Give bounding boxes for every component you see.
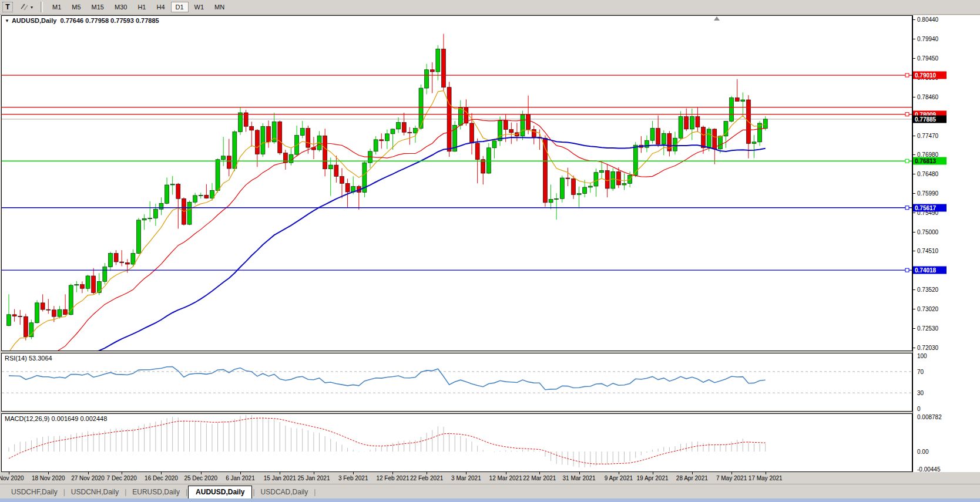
toolbar-separator <box>41 2 43 12</box>
trendline-handle[interactable] <box>905 268 909 272</box>
rsi-tick-label: 0 <box>917 406 921 412</box>
macd-indicator-panel[interactable]: MACD(12,26,9) 0.001649 0.002448 <box>1 413 912 472</box>
date-label: 16 Dec 2020 <box>145 475 178 481</box>
date-tick-mark <box>161 472 162 474</box>
date-label: 6 Jan 2021 <box>226 475 255 481</box>
trendline-handle[interactable] <box>905 73 909 77</box>
date-label: 25 Dec 2020 <box>184 475 217 481</box>
trendline-handle[interactable] <box>905 159 909 163</box>
tab-eurusd-daily[interactable]: EURUSD,Daily <box>127 486 185 498</box>
trading-terminal-window: T ▾ M1M5M15M30H1H4D1W1MN ▼AUDUSD,Daily 0… <box>0 0 980 502</box>
tab-separator: | <box>313 488 316 498</box>
trendline-handle[interactable] <box>905 206 909 210</box>
date-label: 12 Mar 2021 <box>489 475 522 481</box>
date-tick-mark <box>88 472 89 474</box>
date-tick-mark <box>653 472 653 474</box>
tab-usdcnh-daily[interactable]: USDCNH,Daily <box>66 486 124 498</box>
date-label: 9 Apr 2021 <box>605 475 633 481</box>
date-tick-mark <box>506 472 506 474</box>
text-tool-button[interactable]: T <box>2 2 13 12</box>
price-tick-label: 0.73020 <box>917 306 938 312</box>
date-label: 9 Nov 2020 <box>0 475 24 481</box>
rsi-tick-label: 30 <box>917 390 924 396</box>
date-tick-mark <box>201 472 202 474</box>
status-strip <box>0 498 980 502</box>
timeframe-h4-button[interactable]: H4 <box>152 2 169 12</box>
date-tick-mark <box>466 472 466 474</box>
date-tick-mark <box>579 472 580 474</box>
chart-symbol-label: AUDUSD,Daily <box>12 17 56 24</box>
date-tick-mark <box>692 472 693 474</box>
price-tick-label: 0.77470 <box>917 132 938 139</box>
date-label: 22 Feb 2021 <box>410 475 443 481</box>
price-tick-mark <box>913 213 915 213</box>
rsi-tick-label: 70 <box>917 368 924 375</box>
timeframe-w1-button[interactable]: W1 <box>190 2 209 12</box>
price-chart-panel[interactable]: ▼AUDUSD,Daily 0.77646 0.77958 0.77593 0.… <box>1 15 912 351</box>
price-tick-mark <box>913 174 915 174</box>
time-scale-axis[interactable]: 9 Nov 202018 Nov 202027 Nov 20207 Dec 20… <box>0 472 912 483</box>
hline-price-badge: 0.74018 <box>913 267 947 274</box>
chart-shift-marker-icon <box>714 16 720 21</box>
dropdown-caret-icon: ▾ <box>31 5 33 10</box>
chart-tab-bar: USDCHF,Daily|USDCNH,Daily|EURUSD,Daily|A… <box>0 484 980 498</box>
date-label: 31 Mar 2021 <box>563 475 596 481</box>
macd-tick-label: 0.008782 <box>917 414 942 420</box>
date-tick-mark <box>48 472 49 474</box>
price-tick-mark <box>913 232 915 233</box>
timeframe-m1-button[interactable]: M1 <box>48 2 66 12</box>
date-tick-mark <box>353 472 354 474</box>
price-tick-label: 0.80440 <box>917 16 938 22</box>
date-tick-mark <box>240 472 241 474</box>
candlestick-chart-canvas[interactable] <box>2 16 912 351</box>
trendline-handle[interactable] <box>905 113 909 116</box>
price-tick-label: 0.75990 <box>917 190 938 196</box>
price-tick-label: 0.72530 <box>917 325 938 332</box>
draw-tool-button[interactable]: ▾ <box>16 2 36 12</box>
rsi-tick-label: 100 <box>917 352 927 359</box>
hline-price-badge: 0.79010 <box>913 72 947 79</box>
timeframe-m15-button[interactable]: M15 <box>87 2 109 12</box>
tab-usdcad-daily[interactable]: USDCAD,Daily <box>256 486 314 498</box>
timeframe-m30-button[interactable]: M30 <box>110 2 132 12</box>
draw-arrows-icon <box>20 2 29 12</box>
price-tick-label: 0.79450 <box>917 55 938 61</box>
date-tick-mark <box>280 472 280 474</box>
tab-audusd-daily[interactable]: AUDUSD,Daily <box>188 486 252 499</box>
tab-usdchf-daily[interactable]: USDCHF,Daily <box>6 486 63 498</box>
date-label: 12 Feb 2021 <box>376 475 409 481</box>
date-tick-mark <box>766 472 766 474</box>
top-toolbar: T ▾ M1M5M15M30H1H4D1W1MN <box>0 0 980 15</box>
price-scale-axis[interactable]: 0.804400.799400.794500.789500.784600.774… <box>912 15 980 472</box>
price-tick-mark <box>913 309 915 309</box>
rsi-canvas[interactable] <box>2 353 912 411</box>
hline-price-badge: 0.75617 <box>913 204 947 211</box>
price-tick-mark <box>913 251 915 251</box>
price-tick-label: 0.73520 <box>917 287 938 293</box>
date-tick-mark <box>619 472 619 474</box>
macd-canvas[interactable] <box>2 414 912 471</box>
rsi-indicator-panel[interactable]: RSI(14) 53.3064 <box>1 353 912 412</box>
price-tick-label: 0.76480 <box>917 171 938 177</box>
symbol-caret-icon: ▼ <box>5 18 9 23</box>
date-label: 18 Nov 2020 <box>32 475 65 481</box>
macd-label: MACD(12,26,9) 0.001649 0.002448 <box>5 415 107 422</box>
macd-tick-label: -0.00445 <box>917 466 940 473</box>
price-tick-label: 0.74510 <box>917 248 938 254</box>
current-price-badge: 0.77885 <box>913 115 947 123</box>
date-label: 27 Nov 2020 <box>71 475 105 481</box>
price-tick-mark <box>913 136 915 136</box>
date-tick-mark <box>392 472 393 474</box>
timeframe-h1-button[interactable]: H1 <box>133 2 150 12</box>
date-tick-mark <box>427 472 427 474</box>
hline-price-badge: 0.76813 <box>913 157 947 165</box>
timeframe-mn-button[interactable]: MN <box>210 2 229 12</box>
date-tick-mark <box>731 472 732 474</box>
timeframe-m5-button[interactable]: M5 <box>67 2 85 12</box>
price-tick-mark <box>913 154 915 155</box>
price-tick-mark <box>913 58 915 59</box>
rsi-line <box>9 367 766 390</box>
date-tick-mark <box>122 472 122 474</box>
timeframe-d1-button[interactable]: D1 <box>171 2 189 12</box>
timeframe-button-group: M1M5M15M30H1H4D1W1MN <box>47 2 230 12</box>
